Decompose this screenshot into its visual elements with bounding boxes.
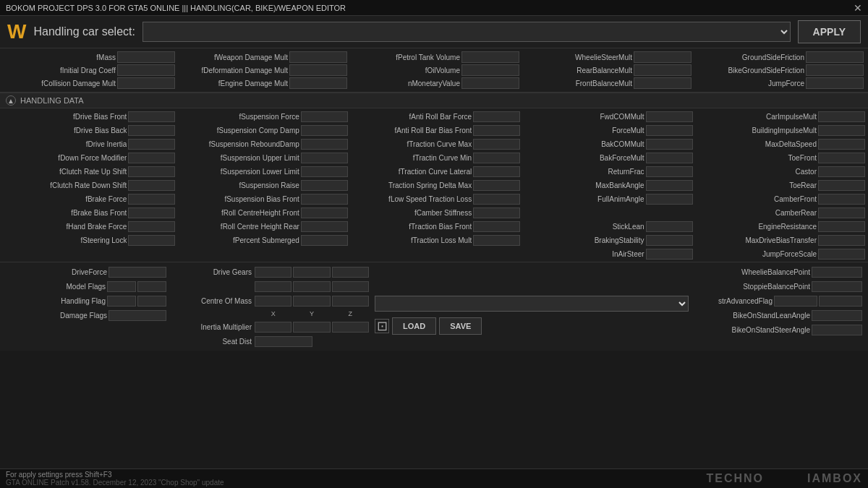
susp-bias-input[interactable] [301, 194, 348, 205]
com-x[interactable] [255, 296, 292, 307]
ground-side-input[interactable] [806, 51, 864, 63]
stick-lean-input[interactable] [646, 221, 693, 232]
max-delta-input[interactable] [818, 139, 865, 150]
str-adv-input1[interactable] [774, 296, 817, 307]
wheelie-bal-input[interactable] [812, 267, 862, 278]
stoppie-bal-input[interactable] [812, 281, 862, 292]
clutch-up-input[interactable] [128, 166, 175, 177]
drive-bias-back-input[interactable] [128, 125, 175, 136]
traction-min-input[interactable] [473, 153, 520, 163]
mid-dropdown[interactable] [375, 296, 689, 312]
com-z[interactable] [332, 296, 369, 307]
susp-force-input[interactable] [301, 111, 348, 122]
traction-loss-input[interactable] [473, 235, 520, 246]
full-anim-input[interactable] [646, 194, 693, 205]
submerged-input[interactable] [301, 235, 348, 246]
rear-bal-input[interactable] [634, 64, 692, 76]
drive-gear-1[interactable] [255, 267, 292, 278]
in-air-steer-input[interactable] [646, 249, 693, 260]
force-mult-input[interactable] [646, 125, 693, 136]
bak-force-input[interactable] [646, 153, 693, 163]
inertia-x[interactable] [255, 322, 292, 333]
petrol-label: fPetrol Tank Volume [349, 53, 460, 61]
petrol-input[interactable] [461, 51, 519, 63]
drive-bias-front-input[interactable] [128, 111, 175, 122]
drive-gear-4[interactable] [255, 281, 292, 292]
brake-bias-input[interactable] [128, 207, 175, 218]
max-bank-input[interactable] [646, 180, 693, 191]
castor-input[interactable] [818, 166, 865, 177]
car-select[interactable] [142, 22, 791, 42]
front-bal-input[interactable] [634, 77, 692, 89]
drive-gear-2[interactable] [293, 267, 330, 278]
model-flags-input1[interactable] [107, 281, 136, 292]
camber-rear-input[interactable] [818, 207, 865, 218]
handling-flag-input1[interactable] [107, 296, 136, 307]
engine-resist-input[interactable] [818, 221, 865, 232]
roll-front-input[interactable] [301, 207, 348, 218]
max-drive-bias-input[interactable] [818, 235, 865, 246]
fwd-com-input[interactable] [646, 111, 693, 122]
car-impulse-input[interactable] [818, 111, 865, 122]
wheelie-input[interactable] [634, 51, 692, 63]
traction-max-input[interactable] [473, 139, 520, 150]
bike-ground-input[interactable] [806, 64, 864, 76]
susp-comp-input[interactable] [301, 125, 348, 136]
damage-flags-input[interactable] [109, 310, 166, 321]
monetary-input[interactable] [461, 77, 519, 89]
collision-input[interactable] [117, 77, 175, 89]
close-button[interactable]: ✕ [854, 2, 862, 14]
apply-button[interactable]: APPLY [798, 20, 861, 43]
fmass-input[interactable] [117, 51, 175, 63]
clutch-down-input[interactable] [128, 180, 175, 191]
section-toggle[interactable]: ▲ [6, 95, 16, 106]
downforce-input[interactable] [128, 153, 175, 163]
oil-input[interactable] [461, 64, 519, 76]
camber-front-input[interactable] [818, 194, 865, 205]
weapon-dmg-input[interactable] [289, 51, 347, 63]
str-adv-input2[interactable] [819, 296, 862, 307]
inertia-z[interactable] [332, 322, 369, 333]
roll-rear-input[interactable] [301, 221, 348, 232]
load-button[interactable]: LOAD [392, 317, 436, 335]
engine-dmg-input[interactable] [289, 77, 347, 89]
spring-delta-input[interactable] [473, 180, 520, 191]
file-icon[interactable]: ⊡ [375, 319, 389, 333]
susp-raise-input[interactable] [301, 180, 348, 191]
drive-inertia-input[interactable] [128, 139, 175, 150]
braking-stab-input[interactable] [646, 235, 693, 246]
deform-input[interactable] [289, 64, 347, 76]
hand-brake-input[interactable] [128, 221, 175, 232]
save-button[interactable]: SAVE [439, 317, 482, 335]
traction-lat-input[interactable] [473, 166, 520, 177]
drive-gear-6[interactable] [332, 281, 369, 292]
toe-rear-input[interactable] [818, 180, 865, 191]
building-impulse-input[interactable] [818, 125, 865, 136]
drive-gear-5[interactable] [293, 281, 330, 292]
susp-lower-input[interactable] [301, 166, 348, 177]
handling-flag-input2[interactable] [137, 296, 166, 307]
bak-com-input[interactable] [646, 139, 693, 150]
susp-rebound-input[interactable] [301, 139, 348, 150]
com-y[interactable] [293, 296, 330, 307]
anti-roll-bias-input[interactable] [473, 125, 520, 136]
model-flags-input2[interactable] [137, 281, 166, 292]
return-frac-input[interactable] [646, 166, 693, 177]
toe-front-input[interactable] [818, 153, 865, 163]
jump-force-input[interactable] [806, 77, 864, 89]
camber-stiff-input[interactable] [473, 207, 520, 218]
driveforce-input[interactable] [109, 267, 166, 278]
traction-bias-input[interactable] [473, 221, 520, 232]
steering-lock-input[interactable] [128, 235, 175, 246]
bike-lean-input[interactable] [812, 310, 862, 321]
inertia-y[interactable] [293, 322, 330, 333]
anti-roll-input[interactable] [473, 111, 520, 122]
seat-dist-input[interactable] [255, 336, 312, 347]
susp-upper-input[interactable] [301, 153, 348, 163]
brake-force-input[interactable] [128, 194, 175, 205]
drag-input[interactable] [117, 64, 175, 76]
drive-gear-3[interactable] [332, 267, 369, 278]
low-speed-input[interactable] [473, 194, 520, 205]
bike-steer-input[interactable] [812, 325, 862, 335]
jump-scale-input[interactable] [818, 249, 865, 260]
